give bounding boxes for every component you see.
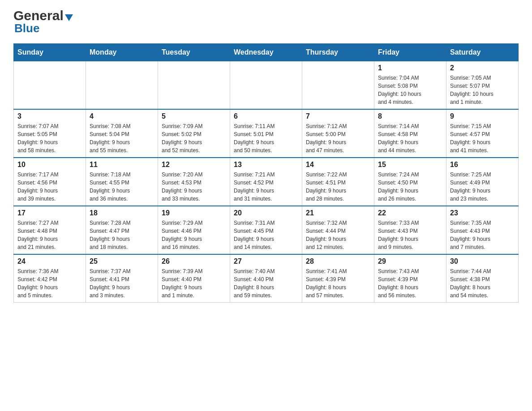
calendar-header-thursday: Thursday xyxy=(302,44,374,61)
day-info: Sunrise: 7:21 AMSunset: 4:52 PMDaylight:… xyxy=(234,171,298,203)
day-number: 19 xyxy=(162,209,226,217)
calendar-table: SundayMondayTuesdayWednesdayThursdayFrid… xyxy=(13,43,519,303)
calendar-cell: 9Sunrise: 7:15 AMSunset: 4:57 PMDaylight… xyxy=(446,109,519,158)
calendar-cell: 15Sunrise: 7:24 AMSunset: 4:50 PMDayligh… xyxy=(374,158,446,206)
calendar-cell xyxy=(86,61,158,110)
day-info: Sunrise: 7:18 AMSunset: 4:55 PMDaylight:… xyxy=(90,171,154,203)
day-number: 23 xyxy=(450,209,515,217)
calendar-week-row: 3Sunrise: 7:07 AMSunset: 5:05 PMDaylight… xyxy=(14,109,519,158)
day-number: 18 xyxy=(90,209,154,217)
day-info: Sunrise: 7:44 AMSunset: 4:38 PMDaylight:… xyxy=(450,267,515,300)
calendar-header-sunday: Sunday xyxy=(14,44,86,61)
day-info: Sunrise: 7:25 AMSunset: 4:49 PMDaylight:… xyxy=(450,171,515,203)
calendar-cell: 8Sunrise: 7:14 AMSunset: 4:58 PMDaylight… xyxy=(374,109,446,158)
day-number: 30 xyxy=(450,257,515,265)
day-number: 1 xyxy=(378,64,442,72)
day-info: Sunrise: 7:24 AMSunset: 4:50 PMDaylight:… xyxy=(378,171,442,203)
calendar-cell: 23Sunrise: 7:35 AMSunset: 4:43 PMDayligh… xyxy=(446,206,519,254)
logo: General Blue xyxy=(13,9,73,35)
calendar-cell: 20Sunrise: 7:31 AMSunset: 4:45 PMDayligh… xyxy=(230,206,302,254)
day-info: Sunrise: 7:07 AMSunset: 5:05 PMDaylight:… xyxy=(17,122,82,154)
calendar-cell: 25Sunrise: 7:37 AMSunset: 4:41 PMDayligh… xyxy=(86,254,158,303)
day-info: Sunrise: 7:39 AMSunset: 4:40 PMDaylight:… xyxy=(162,267,226,300)
day-info: Sunrise: 7:35 AMSunset: 4:43 PMDaylight:… xyxy=(450,219,515,251)
calendar-cell: 26Sunrise: 7:39 AMSunset: 4:40 PMDayligh… xyxy=(158,254,230,303)
day-number: 26 xyxy=(162,257,226,265)
day-info: Sunrise: 7:17 AMSunset: 4:56 PMDaylight:… xyxy=(17,171,82,203)
day-number: 11 xyxy=(90,161,154,169)
day-number: 9 xyxy=(450,112,515,120)
day-info: Sunrise: 7:14 AMSunset: 4:58 PMDaylight:… xyxy=(378,122,442,154)
day-number: 4 xyxy=(90,112,154,120)
calendar-cell: 29Sunrise: 7:43 AMSunset: 4:39 PMDayligh… xyxy=(374,254,446,303)
calendar-cell: 27Sunrise: 7:40 AMSunset: 4:40 PMDayligh… xyxy=(230,254,302,303)
calendar-cell: 14Sunrise: 7:22 AMSunset: 4:51 PMDayligh… xyxy=(302,158,374,206)
calendar-header-friday: Friday xyxy=(374,44,446,61)
day-number: 3 xyxy=(17,112,82,120)
logo-blue-text: Blue xyxy=(14,21,39,35)
calendar-cell xyxy=(158,61,230,110)
day-number: 28 xyxy=(306,257,370,265)
calendar-cell: 7Sunrise: 7:12 AMSunset: 5:00 PMDaylight… xyxy=(302,109,374,158)
calendar-cell: 3Sunrise: 7:07 AMSunset: 5:05 PMDaylight… xyxy=(14,109,86,158)
day-number: 17 xyxy=(17,209,82,217)
calendar-cell: 16Sunrise: 7:25 AMSunset: 4:49 PMDayligh… xyxy=(446,158,519,206)
calendar-week-row: 17Sunrise: 7:27 AMSunset: 4:48 PMDayligh… xyxy=(14,206,519,254)
day-number: 20 xyxy=(234,209,298,217)
calendar-cell: 22Sunrise: 7:33 AMSunset: 4:43 PMDayligh… xyxy=(374,206,446,254)
calendar-cell: 18Sunrise: 7:28 AMSunset: 4:47 PMDayligh… xyxy=(86,206,158,254)
calendar-header-row: SundayMondayTuesdayWednesdayThursdayFrid… xyxy=(14,44,519,61)
calendar-cell: 30Sunrise: 7:44 AMSunset: 4:38 PMDayligh… xyxy=(446,254,519,303)
day-info: Sunrise: 7:05 AMSunset: 5:07 PMDaylight:… xyxy=(450,74,515,106)
calendar-week-row: 10Sunrise: 7:17 AMSunset: 4:56 PMDayligh… xyxy=(14,158,519,206)
calendar-cell: 24Sunrise: 7:36 AMSunset: 4:42 PMDayligh… xyxy=(14,254,86,303)
day-number: 12 xyxy=(162,161,226,169)
day-number: 29 xyxy=(378,257,442,265)
day-info: Sunrise: 7:43 AMSunset: 4:39 PMDaylight:… xyxy=(378,267,442,300)
calendar-cell: 19Sunrise: 7:29 AMSunset: 4:46 PMDayligh… xyxy=(158,206,230,254)
calendar-header-monday: Monday xyxy=(86,44,158,61)
day-info: Sunrise: 7:22 AMSunset: 4:51 PMDaylight:… xyxy=(306,171,370,203)
day-info: Sunrise: 7:09 AMSunset: 5:02 PMDaylight:… xyxy=(162,122,226,154)
day-info: Sunrise: 7:27 AMSunset: 4:48 PMDaylight:… xyxy=(17,219,82,251)
day-info: Sunrise: 7:20 AMSunset: 4:53 PMDaylight:… xyxy=(162,171,226,203)
calendar-cell: 28Sunrise: 7:41 AMSunset: 4:39 PMDayligh… xyxy=(302,254,374,303)
calendar-cell: 17Sunrise: 7:27 AMSunset: 4:48 PMDayligh… xyxy=(14,206,86,254)
calendar-header-tuesday: Tuesday xyxy=(158,44,230,61)
calendar-cell: 6Sunrise: 7:11 AMSunset: 5:01 PMDaylight… xyxy=(230,109,302,158)
calendar-cell: 10Sunrise: 7:17 AMSunset: 4:56 PMDayligh… xyxy=(14,158,86,206)
day-number: 14 xyxy=(306,161,370,169)
day-number: 15 xyxy=(378,161,442,169)
day-number: 24 xyxy=(17,257,82,265)
page-header: General Blue xyxy=(13,9,519,35)
day-number: 21 xyxy=(306,209,370,217)
calendar-cell: 21Sunrise: 7:32 AMSunset: 4:44 PMDayligh… xyxy=(302,206,374,254)
day-info: Sunrise: 7:31 AMSunset: 4:45 PMDaylight:… xyxy=(234,219,298,251)
calendar-cell: 1Sunrise: 7:04 AMSunset: 5:08 PMDaylight… xyxy=(374,61,446,110)
day-info: Sunrise: 7:40 AMSunset: 4:40 PMDaylight:… xyxy=(234,267,298,300)
day-number: 16 xyxy=(450,161,515,169)
calendar-cell: 2Sunrise: 7:05 AMSunset: 5:07 PMDaylight… xyxy=(446,61,519,110)
calendar-cell: 12Sunrise: 7:20 AMSunset: 4:53 PMDayligh… xyxy=(158,158,230,206)
day-info: Sunrise: 7:37 AMSunset: 4:41 PMDaylight:… xyxy=(90,267,154,300)
day-number: 5 xyxy=(162,112,226,120)
calendar-header-wednesday: Wednesday xyxy=(230,44,302,61)
day-info: Sunrise: 7:08 AMSunset: 5:04 PMDaylight:… xyxy=(90,122,154,154)
day-number: 8 xyxy=(378,112,442,120)
day-info: Sunrise: 7:41 AMSunset: 4:39 PMDaylight:… xyxy=(306,267,370,300)
day-number: 13 xyxy=(234,161,298,169)
day-number: 6 xyxy=(234,112,298,120)
calendar-cell: 13Sunrise: 7:21 AMSunset: 4:52 PMDayligh… xyxy=(230,158,302,206)
calendar-cell xyxy=(14,61,86,110)
day-info: Sunrise: 7:11 AMSunset: 5:01 PMDaylight:… xyxy=(234,122,298,154)
calendar-week-row: 24Sunrise: 7:36 AMSunset: 4:42 PMDayligh… xyxy=(14,254,519,303)
day-number: 7 xyxy=(306,112,370,120)
day-info: Sunrise: 7:12 AMSunset: 5:00 PMDaylight:… xyxy=(306,122,370,154)
calendar-cell: 4Sunrise: 7:08 AMSunset: 5:04 PMDaylight… xyxy=(86,109,158,158)
day-number: 27 xyxy=(234,257,298,265)
calendar-cell: 11Sunrise: 7:18 AMSunset: 4:55 PMDayligh… xyxy=(86,158,158,206)
day-number: 25 xyxy=(90,257,154,265)
calendar-header-saturday: Saturday xyxy=(446,44,519,61)
calendar-cell: 5Sunrise: 7:09 AMSunset: 5:02 PMDaylight… xyxy=(158,109,230,158)
calendar-week-row: 1Sunrise: 7:04 AMSunset: 5:08 PMDaylight… xyxy=(14,61,519,110)
